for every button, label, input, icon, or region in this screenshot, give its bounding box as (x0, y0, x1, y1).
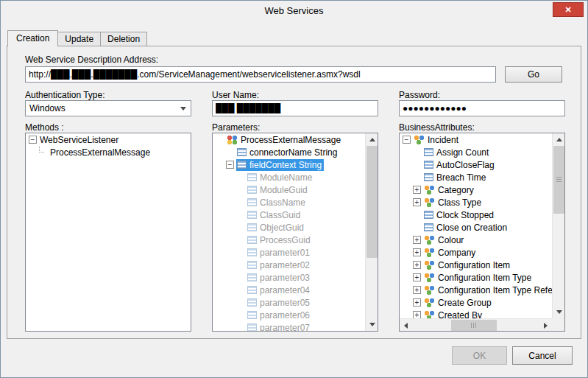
tree-item[interactable]: +Configuration Item Type Refe (400, 284, 552, 296)
tree-item[interactable]: parameter05 (213, 296, 365, 309)
business-attributes-horizontal-scrollbar[interactable] (400, 318, 552, 331)
go-button[interactable]: Go (505, 66, 562, 83)
tree-item[interactable]: ModuleGuid (213, 183, 365, 196)
tree-item[interactable]: +Configuration Item (400, 259, 552, 271)
tree-item[interactable]: ProcessExternalMessage (26, 146, 191, 158)
tree-item-label: parameter03 (260, 273, 310, 283)
tree-item-label: ProcessExternalMessage (241, 135, 341, 145)
scroll-left-icon[interactable] (400, 319, 412, 332)
tree-item-label: Assign Count (436, 147, 489, 158)
tree-item-label: ProcessGuid (260, 235, 311, 245)
scroll-up-icon[interactable] (553, 133, 565, 146)
tree-item-label: fieldContext String (249, 160, 322, 170)
tab-creation[interactable]: Creation (7, 30, 58, 46)
expand-icon[interactable]: + (413, 198, 421, 206)
scroll-up-icon[interactable] (366, 133, 378, 146)
tree-item-content: Assign Count (423, 147, 491, 158)
tree-item[interactable]: +Class Type (400, 196, 552, 209)
scroll-right-icon[interactable] (539, 319, 552, 332)
tree-item-label: parameter05 (260, 298, 310, 308)
tree-item[interactable]: parameter02 (213, 259, 365, 271)
tree-item[interactable]: ClassName (213, 196, 365, 209)
parameters-vertical-scrollbar[interactable] (365, 133, 378, 331)
scrollbar-thumb[interactable] (451, 320, 497, 331)
tree-item[interactable]: +Configuration Item Type (400, 271, 552, 284)
tab-deletion[interactable]: Deletion (100, 32, 147, 46)
collapse-icon[interactable]: − (29, 136, 37, 144)
expand-icon[interactable]: + (413, 186, 421, 194)
tree-item-content: ObjectGuid (247, 222, 306, 234)
username-input[interactable] (212, 100, 378, 116)
collapse-icon[interactable]: − (403, 136, 411, 144)
business-attributes-vertical-scrollbar[interactable] (552, 133, 564, 318)
cancel-button[interactable]: Cancel (512, 346, 573, 365)
tree-item[interactable]: Assign Count (400, 146, 552, 158)
tab-label: Update (65, 34, 93, 44)
tree-item-content: ClassGuid (247, 209, 302, 221)
business-attributes-tree: −IncidentAssign CountAutoCloseFlagBreach… (399, 133, 565, 332)
indent-spacer (236, 290, 247, 290)
tree-item[interactable]: parameter03 (213, 271, 365, 284)
tree-item[interactable]: +Colour (400, 234, 552, 246)
tree-item[interactable]: +Created By (400, 309, 552, 318)
chevron-down-icon (177, 102, 190, 115)
tree-item[interactable]: parameter01 (213, 246, 365, 259)
ok-button[interactable]: OK (452, 346, 507, 365)
scroll-down-icon[interactable] (366, 318, 378, 331)
tree-item[interactable]: ObjectGuid (213, 221, 365, 234)
tree-item-label: ClassGuid (260, 210, 300, 220)
tree-item[interactable]: parameter06 (213, 309, 365, 321)
tree-item[interactable]: connectorName String (213, 146, 365, 158)
tree-item[interactable]: −WebServiceListener (26, 133, 191, 146)
scrollbar-thumb[interactable] (553, 146, 564, 214)
tree-item[interactable]: Close on Creation (400, 221, 552, 234)
methods-label: Methods : (25, 122, 64, 133)
scroll-down-icon[interactable] (553, 306, 565, 318)
tree-item[interactable]: −fieldContext String (213, 158, 365, 171)
tree-item[interactable]: −Incident (400, 133, 552, 146)
tree-item[interactable]: ProcessExternalMessage (213, 133, 365, 146)
collapse-icon[interactable]: − (226, 161, 234, 169)
tree-item[interactable]: parameter07 (213, 321, 365, 331)
tree-item-content: Class Type (423, 197, 483, 209)
tree-item-label: Configuration Item Type Refe (438, 285, 552, 295)
auth-type-label: Authentication Type: (25, 90, 105, 100)
expand-icon[interactable]: + (413, 298, 421, 307)
expand-icon[interactable]: + (413, 273, 421, 281)
expand-icon[interactable]: + (413, 236, 421, 244)
tree-item-label: Create Group (438, 298, 492, 308)
entity-icon (414, 135, 425, 144)
expand-icon[interactable]: + (413, 248, 421, 256)
tree-item-content: Configuration Item (423, 259, 512, 271)
tree-item[interactable]: ModuleName (213, 171, 365, 183)
expand-icon[interactable]: + (413, 311, 421, 318)
tree-item[interactable]: +Create Group (400, 296, 552, 309)
expand-icon[interactable]: + (413, 261, 421, 269)
address-input[interactable] (25, 66, 496, 83)
tree-item-label: ObjectGuid (260, 223, 304, 233)
scrollbar-thumb[interactable] (366, 146, 378, 258)
tree-item-content: parameter07 (247, 322, 312, 332)
password-label: Password: (399, 90, 440, 100)
tree-item[interactable]: ClassGuid (213, 209, 365, 221)
tab-update[interactable]: Update (57, 32, 101, 46)
close-button[interactable]: ✕ (553, 2, 584, 17)
indent-spacer (413, 227, 423, 228)
creation-tab-page: Web Service Description Address: Go Auth… (7, 46, 581, 339)
field-icon (424, 211, 433, 219)
password-input[interactable] (399, 100, 565, 116)
entity-icon (424, 260, 435, 270)
expand-icon[interactable]: + (413, 286, 421, 294)
tree-item[interactable]: Clock Stopped (400, 209, 552, 221)
tree-item-label: connectorName String (249, 147, 337, 158)
tree-item[interactable]: parameter04 (213, 284, 365, 296)
tree-item[interactable]: Breach Time (400, 171, 552, 183)
tree-item-content: Configuration Item Type (423, 272, 534, 284)
tree-item[interactable]: +Category (400, 183, 552, 196)
entity-icon (424, 285, 435, 295)
auth-type-dropdown[interactable]: Windows (25, 100, 191, 116)
tree-item[interactable]: ProcessGuid (213, 234, 365, 246)
tree-item[interactable]: +Company (400, 246, 552, 259)
indent-spacer (236, 252, 247, 253)
tree-item[interactable]: AutoCloseFlag (400, 158, 552, 171)
